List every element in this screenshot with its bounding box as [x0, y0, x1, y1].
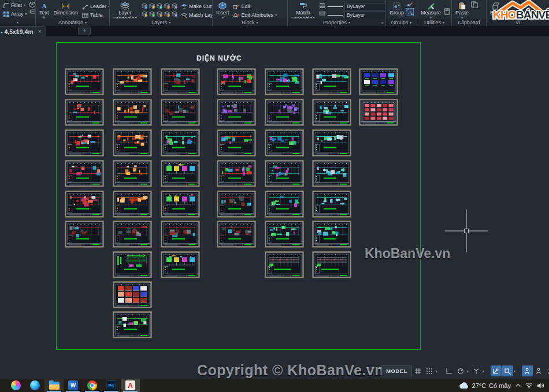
snap-mode-icon[interactable]: [424, 365, 435, 376]
layer-properties-button[interactable]: Layer Properties: [112, 1, 138, 18]
layer-tool-icon-10[interactable]: [170, 10, 178, 18]
polar-tracking-icon[interactable]: [455, 365, 466, 376]
match-properties-button[interactable]: Match Properties: [290, 1, 316, 18]
sheet-thumbnail-r8c2[interactable]: [113, 281, 152, 308]
sheet-thumbnail-r3c6[interactable]: [312, 129, 351, 156]
sheet-thumbnail-r3c5[interactable]: [265, 129, 304, 156]
sheet-thumbnail-r1c2[interactable]: [113, 68, 152, 95]
layer-tool-icon-5[interactable]: [170, 2, 178, 10]
sheet-thumbnail-r6c3[interactable]: [161, 221, 200, 248]
sheet-thumbnail-r2c4[interactable]: [217, 99, 256, 126]
layer-tool-icon-9[interactable]: [163, 10, 170, 18]
text-button[interactable]: A Text ▾: [38, 1, 50, 18]
word-taskbar-button[interactable]: W: [64, 379, 83, 392]
sheet-thumbnail-r5c1[interactable]: [65, 191, 104, 218]
group-button[interactable]: Group: [388, 1, 405, 16]
properties-panel-label[interactable]: Properties▾»: [288, 18, 385, 26]
sheet-thumbnail-r6c6[interactable]: [312, 221, 351, 248]
modify-panel-label[interactable]: ▾: [0, 18, 35, 26]
leader-button[interactable]: Leader ▾: [81, 2, 109, 10]
layer-tool-icon-1[interactable]: [140, 2, 148, 10]
annotation-autoscale-icon[interactable]: [533, 365, 544, 376]
block-panel-label[interactable]: Block▾: [213, 18, 287, 26]
sheet-thumbnail-r6c2[interactable]: [113, 221, 152, 248]
new-tab-button[interactable]: +: [78, 27, 91, 35]
layout-tab[interactable]: - 4,5x19,4m ×: [0, 26, 46, 36]
match-layer-button[interactable]: Match Layer: [180, 11, 212, 18]
sheet-thumbnail-r7c3[interactable]: [161, 251, 200, 278]
annotation-visibility-icon[interactable]: [522, 365, 533, 376]
fillet-button[interactable]: Fillet ▾: [2, 1, 27, 9]
sheet-thumbnail-r7c2[interactable]: [113, 251, 152, 278]
layer-tool-icon-2[interactable]: [148, 2, 155, 10]
clipboard-panel-label[interactable]: Clipboard: [452, 18, 486, 26]
drawing-canvas[interactable]: ĐIỆN NƯỚC KhoBanVe.vn Copyright © KhoBan…: [0, 36, 549, 392]
sheet-thumbnail-r5c6[interactable]: [312, 191, 351, 218]
acrobat-taskbar-button[interactable]: A: [121, 379, 140, 392]
sheet-thumbnail-r4c3[interactable]: [161, 160, 200, 187]
table-button[interactable]: Table: [81, 11, 109, 18]
sheet-thumbnail-r4c6[interactable]: [312, 160, 351, 187]
copy-clip-icon[interactable]: [471, 1, 478, 8]
speaker-icon[interactable]: [537, 382, 544, 389]
sheet-thumbnail-r1c3[interactable]: [161, 68, 200, 95]
isometric-drafting-icon[interactable]: [471, 365, 482, 376]
copilot-taskbar-button[interactable]: [6, 379, 25, 392]
utilities-panel-label[interactable]: Utilities▾: [417, 18, 451, 26]
object-snap-icon[interactable]: [502, 365, 513, 376]
tray-chevron-icon[interactable]: [515, 382, 521, 389]
box-icon[interactable]: [29, 1, 35, 8]
annotation-scale-icon[interactable]: [545, 365, 549, 376]
sheet-thumbnail-r2c2[interactable]: [113, 99, 152, 126]
sheet-thumbnail-r4c2[interactable]: [113, 160, 152, 187]
linetype-dropdown[interactable]: ByLayer▾: [344, 12, 385, 19]
sheet-thumbnail-r3c2[interactable]: [113, 129, 152, 156]
tab-close-icon[interactable]: ×: [38, 28, 42, 35]
sheet-thumbnail-r7c6[interactable]: [312, 251, 351, 278]
sheet-thumbnail-r6c5[interactable]: [265, 221, 304, 248]
object-snap-tracking-icon[interactable]: [491, 365, 502, 376]
sheet-thumbnail-r6c4[interactable]: [217, 221, 256, 248]
dimension-button[interactable]: Dimension: [53, 1, 80, 16]
make-current-button[interactable]: Make Current: [180, 2, 212, 10]
hatch-icon[interactable]: [318, 9, 325, 16]
sheet-thumbnail-r3c4[interactable]: [217, 129, 256, 156]
group-select-icon[interactable]: [406, 9, 413, 16]
sheet-thumbnail-r3c1[interactable]: [65, 129, 104, 156]
paste-button[interactable]: Paste ▾: [454, 1, 470, 18]
sheet-thumbnail-r4c5[interactable]: [265, 160, 304, 187]
wifi-icon[interactable]: [525, 382, 533, 389]
sheet-thumbnail-r2c1[interactable]: [65, 99, 104, 126]
list-icon[interactable]: [318, 2, 325, 9]
file-explorer-taskbar-button[interactable]: [44, 379, 64, 392]
sheet-thumbnail-r1c6[interactable]: [312, 68, 351, 95]
sheet-thumbnail-r5c5[interactable]: [265, 191, 304, 218]
layer-tool-icon-3[interactable]: [155, 2, 163, 10]
group-edit-icon[interactable]: [406, 1, 413, 8]
color-dropdown[interactable]: ByLayer▾: [344, 3, 385, 10]
offset-icon[interactable]: [29, 9, 35, 16]
sheet-thumbnail-r6c1[interactable]: [65, 221, 104, 248]
sheet-thumbnail-r1c5[interactable]: [265, 68, 304, 95]
photoshop-taskbar-button[interactable]: Ps: [102, 379, 121, 392]
chrome-taskbar-button[interactable]: [83, 379, 102, 392]
weather-widget[interactable]: 27°C Có mây: [459, 382, 511, 389]
sheet-thumbnail-r2c7[interactable]: [359, 99, 398, 126]
sheet-thumbnail-r1c1[interactable]: [65, 68, 104, 95]
calculator-icon[interactable]: [443, 8, 450, 15]
sheet-thumbnail-r5c2[interactable]: [113, 191, 152, 218]
layers-panel-label[interactable]: Layers▾: [110, 18, 212, 26]
sheet-thumbnail-r2c5[interactable]: [265, 99, 304, 126]
sheet-thumbnail-r1c4[interactable]: [217, 68, 256, 95]
grid-display-icon[interactable]: [413, 365, 424, 376]
array-button[interactable]: Array ▾: [2, 10, 27, 18]
sheet-thumbnail-r7c5[interactable]: [265, 251, 304, 278]
annotation-panel-label[interactable]: Annotation▾: [36, 18, 109, 26]
sheet-thumbnail-r1c7[interactable]: [359, 68, 398, 95]
insert-button[interactable]: Insert ▾: [215, 1, 231, 18]
layer-tool-icon-6[interactable]: [140, 10, 148, 18]
sheet-thumbnail-r9c2[interactable]: [113, 311, 152, 338]
layer-tool-icon-7[interactable]: [148, 10, 155, 18]
sheet-thumbnail-r5c4[interactable]: [217, 191, 256, 218]
model-button[interactable]: MODEL: [381, 365, 412, 376]
